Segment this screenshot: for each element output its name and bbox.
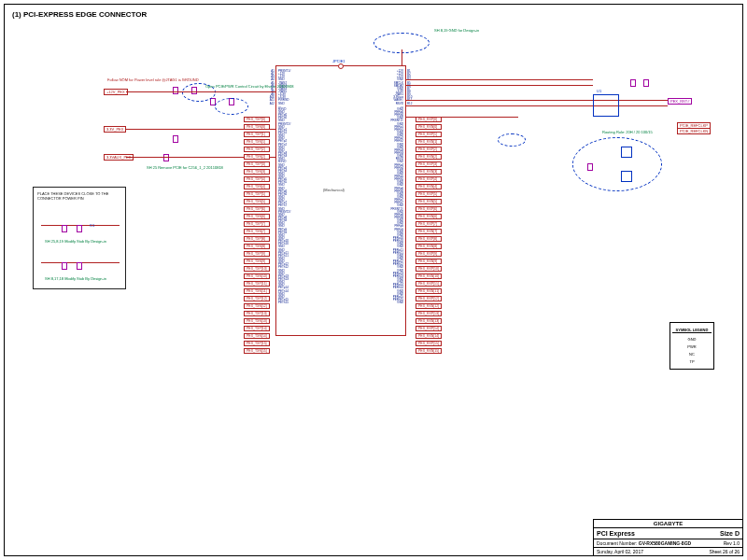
net-tag: PEX_TXP[3] — [244, 161, 270, 167]
net-tag: PEX_RXN[12] — [416, 303, 442, 309]
net-tag: PEX_TXN[4] — [244, 184, 270, 189]
net-tag: PEX_RXP[5] — [416, 191, 442, 197]
capacitor — [630, 79, 636, 87]
net-tag: PEX_TXP[1] — [244, 132, 270, 137]
wire — [126, 91, 275, 92]
net-tag: PEX_TXP[10] — [244, 266, 270, 272]
net-tag: PEX_TXP[9] — [244, 251, 270, 257]
note-right-1: Routing Rule: 20H / 20 100/15 — [602, 130, 653, 134]
net-tag: PEX_TXP[12] — [244, 296, 270, 301]
capacitor — [77, 262, 82, 270]
capacitor — [173, 135, 178, 143]
ic-ref: U1 — [597, 89, 601, 93]
tb-doc: PCI Express — [597, 530, 635, 537]
net-tag: PEX_RXN[2] — [416, 154, 442, 160]
legend-item: PWR — [672, 344, 712, 349]
net-tag: PEX_TXP[7] — [244, 221, 270, 227]
net-tag: PEX_TXP[14] — [244, 326, 270, 331]
capacitor — [643, 79, 649, 87]
ellipse-left-2 — [215, 98, 248, 115]
bus-tags-tx: PEX_TXP[0]PEX_TXN[0]PEX_TXP[1]PEX_TXN[1]… — [244, 117, 270, 356]
tb-size: D — [735, 530, 740, 537]
net-tag: PEX_TXN[2] — [244, 154, 270, 160]
net-tag: PEX_TXN[10] — [244, 273, 270, 279]
sheet-border: (1) PCI-EXPRESS EDGE CONNECTOR SH 8,19 G… — [4, 4, 743, 556]
net-tag: PEX_RXN[7] — [416, 229, 442, 234]
net-tag: PEX_RXP[14] — [416, 326, 442, 331]
net-tag: PEX_TXN[13] — [244, 318, 270, 324]
net-tag: PEX_RXP[8] — [416, 236, 442, 242]
net-tag: PEX_TXN[14] — [244, 333, 270, 339]
note-left-1: Follow NOM for Power level rule @JTAG1 i… — [107, 77, 199, 82]
legend-item: NC — [672, 352, 712, 357]
net-tag: PEX_TXP[15] — [244, 341, 270, 346]
net-tag: PEX_RXN[11] — [416, 288, 442, 294]
capacitor — [173, 87, 178, 94]
net-tag: PEX_RXN[3] — [416, 169, 442, 175]
detail-note-2: SH 8,17,18 Modify Stub By Design-in — [45, 276, 106, 281]
net-tag: PEX_RXN[5] — [416, 199, 442, 204]
net-tag: PEX_RXN[15] — [416, 348, 442, 354]
net-tag: PEX_RXN[14] — [416, 333, 442, 339]
net-tag: PEX_RXP[11] — [416, 281, 442, 287]
pin-labels-side-b: +12V+12V+12VGNDSMCLKSMDATGND+3.3VJTAG13.… — [390, 70, 403, 304]
net-tag: 3.3V_PEX — [104, 126, 126, 133]
capacitor — [77, 225, 82, 232]
legend-item: TP — [672, 359, 712, 364]
wire — [406, 85, 593, 86]
net-tag: PEX_RXP[2] — [416, 147, 442, 152]
capacitor — [62, 225, 67, 232]
net-tag: PEX_RXP[13] — [416, 311, 442, 316]
chip-note: (Mechanical) — [323, 188, 345, 192]
net-tag: PEX_TXN[1] — [244, 139, 270, 145]
tb-date: Sunday, April 02, 2017 — [597, 549, 643, 554]
net-tag: PEX_RXN[9] — [416, 259, 442, 264]
page-title: (1) PCI-EXPRESS EDGE CONNECTOR — [12, 10, 147, 19]
decoupling-detail: PLACE THESE DEVICES CLOSE TO THE CONNECT… — [33, 187, 126, 289]
net-tag: PEX_RXP[9] — [416, 251, 442, 257]
legend-item: GND — [672, 337, 712, 342]
wire — [406, 79, 593, 80]
title-block: GIGABYTE PCI Express Size D Document Num… — [593, 519, 742, 555]
capacitor — [163, 154, 169, 161]
net-tag: PEX_TXP[0] — [244, 117, 270, 122]
tb-docnum-label: Document Number — [597, 540, 636, 546]
net-tag: PEX_RXN[6] — [416, 214, 442, 219]
net-tag: PEX_RXP[15] — [416, 341, 442, 346]
capacitor — [587, 163, 593, 171]
net-tag: PEX_RXN[4] — [416, 184, 442, 189]
net-tag: PEX_RXN[1] — [416, 139, 442, 145]
net-tag: PEX_TXN[8] — [244, 244, 270, 249]
detail-note-1: SH 25,8,19 Modify Stub By Design-in — [45, 239, 106, 244]
bus-tags-rx: PEX_RXP[0]PEX_RXN[0]PEX_RXP[1]PEX_RXN[1]… — [416, 117, 442, 356]
net-tag: PEX_RXP[10] — [416, 266, 442, 272]
wire — [406, 105, 668, 106]
tb-rev: 1.0 — [733, 540, 740, 546]
net-tag: PEX_RXN[0] — [416, 124, 442, 130]
connector-pciexpress: JPCIE1 (Mechanical) PRSNT1#+12V+12VGNDJT… — [275, 65, 406, 336]
net-tag: PEX_RST# — [668, 98, 692, 105]
net-tag: PEX_TXP[11] — [244, 281, 270, 287]
wire — [406, 100, 668, 101]
net-tag: PEX_TXP[13] — [244, 311, 270, 316]
note-top: SH 8,19 GND for Design-in — [434, 28, 479, 33]
net-tag: PEX_TXP[2] — [244, 147, 270, 152]
ellipse-right — [572, 137, 662, 191]
net-tag: PEX_TXN[6] — [244, 214, 270, 219]
net-tag: PEX_TXN[5] — [244, 199, 270, 204]
transistor — [621, 171, 632, 182]
net-tag: PEX_RXP[4] — [416, 176, 442, 182]
net-tag: PEX_RXP[12] — [416, 296, 442, 301]
net-tag: PEX_TXN[3] — [244, 169, 270, 175]
net-tag: PEX_RXP[3] — [416, 161, 442, 167]
net-tag: PEX_TXP[8] — [244, 236, 270, 242]
net-tag: PEX_TXN[0] — [244, 124, 270, 130]
net-tag: PEX_RXN[13] — [416, 318, 442, 324]
net-tag: PEX_RXN[10] — [416, 273, 442, 279]
net-tag: PEX_TXN[12] — [244, 303, 270, 309]
pin-labels-side-a: PRSNT1#+12V+12VGNDJTAG2JTAG3JTAG4JTAG5+3… — [278, 70, 291, 304]
net-tag: PEX_RXN[8] — [416, 244, 442, 249]
tb-total: 26 — [734, 549, 740, 554]
net-tag: PEX_TXP[6] — [244, 206, 270, 212]
transistor — [621, 147, 632, 158]
